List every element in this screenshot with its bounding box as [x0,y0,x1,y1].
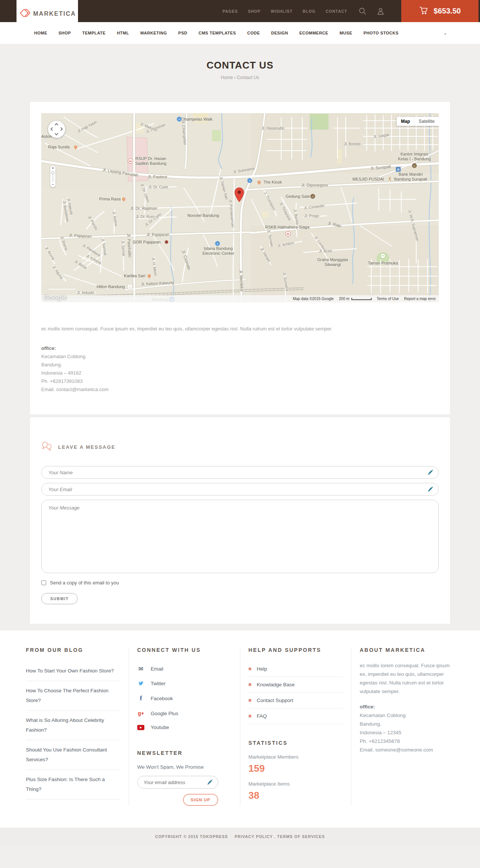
newsletter-email-input[interactable] [137,776,218,789]
map-label: Novotel Bandung [188,213,219,218]
address-line: Kecamatan Coblong [360,711,454,720]
map-type-satellite-button[interactable]: Satellite [414,117,439,126]
map-label: Bank MandiriBandung Surapati [394,172,427,182]
blog-heading: FROM OUR BLOG [26,647,120,653]
copyright-text: COPYRIGHT © 2015 TOKOPRESS [155,834,228,839]
terms-of-use-link[interactable]: Terms of Use [377,297,399,301]
mainnav-item-muse[interactable]: MUSE [339,31,352,35]
social-link-youtube[interactable]: ▶Youtube [137,720,232,734]
help-link-faq[interactable]: FAQ [249,708,343,724]
map-zoom-control[interactable]: + − [50,166,56,187]
blog-post-link[interactable]: Should You Use Fashion Consultant Servic… [26,740,120,770]
terms-of-services-link[interactable]: TERMS OF SERVICES [277,834,325,839]
newsletter-field-wrap [137,776,218,789]
map-pin[interactable] [234,187,244,202]
blog-post-link[interactable]: Plus Size Fashion: Is There Such a Thing… [26,770,120,799]
social-label: Youtube [151,725,169,730]
signup-button[interactable]: SIGN UP [183,794,218,806]
report-map-error-link[interactable]: Report a map error [404,297,436,301]
chevron-down-icon[interactable]: ⌄ [444,31,450,36]
social-link-facebook[interactable]: fFacebook [137,690,232,706]
top-nav: PAGESSHOPWISHLISTBLOGCONTACT [222,9,347,13]
help-label: FAQ [257,713,267,719]
help-heading: HELP AND SUPPORTS [249,647,343,653]
privacy-policy-link[interactable]: PRIVACY POLICY [235,834,273,839]
pen-icon [427,486,434,494]
address-line: Indonesia – 12345 [360,728,454,737]
social-link-email[interactable]: ✉Email [137,661,232,677]
map-type-switcher: Map Satellite [397,117,439,126]
mainnav-item-home[interactable]: HOME [34,31,47,35]
mainnav-item-code[interactable]: CODE [247,31,260,35]
office-address: office: Kecamatan CoblongBandung.Indones… [41,344,439,394]
email-icon: ✉ [138,665,143,672]
pen-icon [427,469,434,477]
mainnav-item-shop[interactable]: SHOP [58,31,71,35]
mainnav-item-template[interactable]: TEMPLATE [82,31,105,35]
google-logo[interactable]: Google [44,294,67,302]
page-title: CONTACT US [0,60,480,71]
map-label: Gedung Sate [286,194,310,199]
send-copy-checkbox[interactable] [41,580,46,585]
message-form-card: LEAVE A MESSAGE Send a copy of this emai… [30,417,450,624]
map-pan-control[interactable] [48,121,65,138]
tag-icon [19,7,30,20]
topnav-item-contact[interactable]: CONTACT [326,9,347,13]
rest-map-icon: ψ [74,144,77,149]
blog-post-link[interactable]: How To Start Your Own Fashion Store? [26,661,120,681]
help-label: Knowladge Base [257,682,295,687]
mainnav-item-cms-templates[interactable]: CMS TEMPLATES [198,31,236,35]
blog-post-link[interactable]: How To Choose The Perfect Fashion Store? [26,681,120,711]
pan-down-icon[interactable] [55,132,58,136]
mainnav-item-psd[interactable]: PSD [178,31,187,35]
about-heading: ABOUT MARKETICA [360,647,454,653]
pan-right-icon[interactable] [59,127,63,131]
message-textarea[interactable] [41,500,439,573]
address-line: Kecamatan Coblong [41,353,439,361]
social-link-gplus[interactable]: g+Google Plus [137,706,232,720]
square-bullet-icon [249,715,251,717]
stat-label: Marketplace Items [249,781,343,787]
pan-left-icon[interactable] [51,127,54,131]
footer-help-column: HELP AND SUPPORTS HelpKnowladge BaseCont… [240,647,351,806]
pan-up-icon[interactable] [55,123,58,127]
mainnav-item-ecommerce[interactable]: ECOMMERCE [299,31,328,35]
facebook-icon: f [140,695,142,702]
search-icon[interactable] [358,7,367,15]
mainnav-item-design[interactable]: DESIGN [271,31,288,35]
zoom-in-icon[interactable]: + [52,166,54,170]
help-link-knowladge-base[interactable]: Knowladge Base [249,677,343,693]
mainnav-item-html[interactable]: HTML [117,31,129,35]
logo[interactable]: MARKETICA [16,0,78,28]
cart-total: $653.50 [434,7,460,15]
map-label: Jl. Dr. Rajiman [130,206,157,211]
map-label: Jl. Pasteur [148,175,167,179]
address-line: Email. someone@someone.com [360,745,454,754]
footer-blog-column: FROM OUR BLOG How To Start Your Own Fash… [18,647,129,806]
mainnav-item-photo-stocks[interactable]: PHOTO STOCKS [363,31,399,35]
submit-button[interactable]: SUBMIT [41,593,78,604]
museum-map-icon: ⌂ [412,163,417,168]
map-label: Kartika Sari [124,273,146,278]
name-input[interactable] [41,466,439,479]
address-line: Bandung. [360,720,454,728]
zoom-slider[interactable] [52,171,53,182]
blog-post-link[interactable]: What is So Alluring About Celebrity Fash… [26,711,120,740]
topnav-item-blog[interactable]: BLOG [303,9,315,13]
email-input[interactable] [41,483,439,496]
cart-button[interactable]: $653.50 [401,0,478,22]
breadcrumb-home[interactable]: Home [221,75,233,80]
social-link-twitter[interactable]: Twitter [137,677,232,690]
mainnav-item-marketing[interactable]: MARKETING [140,31,167,35]
help-link-help[interactable]: Help [249,661,343,677]
map-type-map-button[interactable]: Map [397,117,414,126]
zoom-out-icon[interactable]: − [52,183,54,187]
topnav-item-pages[interactable]: PAGES [222,9,238,13]
topnav-item-shop[interactable]: SHOP [248,9,261,13]
topnav-item-wishlist[interactable]: WISHLIST [271,9,292,13]
user-icon[interactable] [376,7,385,15]
dot-map-icon [165,241,168,244]
about-office: office: Kecamatan CoblongBandung.Indones… [360,702,454,754]
google-map[interactable]: Cihampelas Walk•Jl. HasanudinJl. Pelesir… [41,113,439,302]
help-link-contact-support[interactable]: Contact Support [249,693,343,708]
